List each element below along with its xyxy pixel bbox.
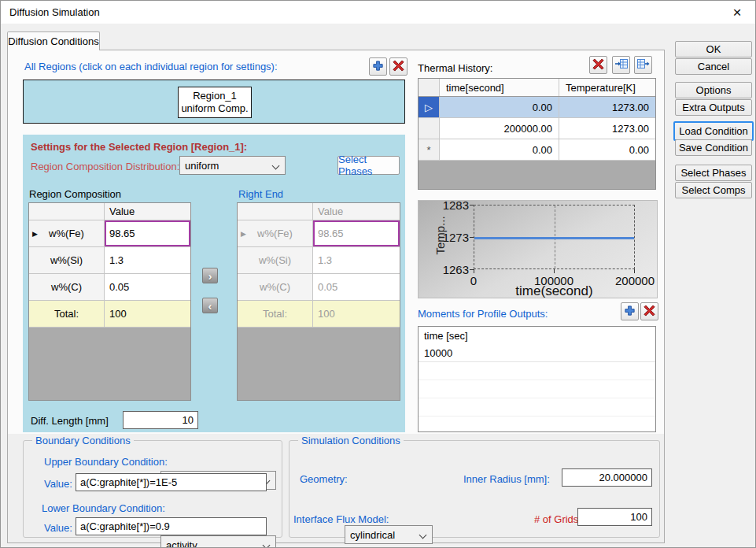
thermal-export-button[interactable]: [634, 56, 652, 74]
si-value-cell[interactable]: 1.3: [105, 247, 190, 273]
list-item-empty[interactable]: [419, 398, 655, 417]
geometry-combobox[interactable]: cylindrical: [345, 525, 433, 544]
diffusion-simulation-dialog: Diffusion Simulation × Diffusion Conditi…: [0, 0, 756, 548]
chart-x-axis-label: time(second): [485, 283, 623, 299]
lower-value-input[interactable]: [76, 517, 267, 535]
total-value-cell: 100: [105, 301, 190, 327]
chevron-down-icon: [419, 531, 427, 539]
load-condition-button[interactable]: Load Condition: [673, 121, 754, 141]
time-column-header: time[second]: [440, 79, 559, 96]
options-button[interactable]: Options: [675, 82, 752, 98]
geometry-label: Geometry:: [300, 473, 348, 485]
new-row-marker-icon: *: [419, 139, 440, 160]
table-row-new[interactable]: * 0.00 0.00: [419, 139, 655, 161]
plus-icon: [624, 305, 636, 319]
total-row: Total: 100: [29, 301, 190, 328]
extra-outputs-button[interactable]: Extra Outputs: [675, 99, 752, 116]
list-item-empty[interactable]: [419, 380, 655, 398]
table-row: ▶w%(Fe) 98.65: [238, 220, 400, 247]
moments-listbox[interactable]: time [sec] 10000: [418, 326, 656, 432]
inner-radius-input[interactable]: [562, 468, 652, 487]
tab-label: Diffusion Conditions: [8, 35, 98, 47]
title-bar[interactable]: Diffusion Simulation ×: [1, 1, 755, 24]
total-value-cell: 100: [313, 301, 400, 327]
upper-value-input[interactable]: [76, 473, 267, 491]
thermal-import-button[interactable]: [612, 56, 630, 74]
table-row: w%(Si) 1.3: [29, 247, 190, 274]
moments-header: time [sec]: [419, 327, 655, 344]
arrow-left-icon: ‹: [208, 300, 212, 312]
arrow-right-icon: ›: [208, 270, 212, 282]
copy-right-button[interactable]: ›: [202, 268, 218, 283]
fe-value-cell[interactable]: 98.65: [105, 220, 190, 246]
regions-strip: Region_1 uniform Comp.: [23, 80, 405, 124]
select-phases-button[interactable]: Select Phases: [675, 165, 752, 181]
lower-boundary-combobox[interactable]: activity: [160, 535, 276, 548]
y-tick: 1263: [439, 263, 469, 276]
left-table-title: Region Composition: [29, 188, 121, 200]
value-column-header: Value: [313, 203, 400, 220]
cancel-button[interactable]: Cancel: [675, 58, 752, 75]
region-name: Region_1: [193, 90, 237, 102]
table-row: ▶w%(Fe) 98.65: [29, 220, 190, 247]
import-table-icon: [615, 57, 628, 72]
c-value-cell[interactable]: 0.05: [105, 274, 190, 300]
y-tick: 1283: [439, 198, 469, 212]
delete-icon: [393, 60, 404, 74]
table-row[interactable]: ▷ 0.00 1273.00: [419, 97, 655, 118]
temperature-column-header: Temperature[K]: [559, 79, 655, 96]
distribution-label: Region Composition Distribution:: [31, 161, 179, 172]
table-header-row: time[second] Temperature[K]: [419, 79, 655, 97]
x-tick: 0: [466, 274, 481, 287]
delete-region-button[interactable]: [389, 57, 408, 76]
table-header-row: Value: [238, 203, 400, 220]
select-comps-button[interactable]: Select Comps: [675, 182, 752, 198]
simulation-conditions-title: Simulation Conditions: [298, 435, 404, 446]
delete-moment-button[interactable]: [640, 302, 658, 320]
select-phases-inline-button[interactable]: Select Phases: [337, 156, 400, 175]
lower-boundary-label: Lower Boundary Condition:: [42, 502, 165, 514]
save-condition-button[interactable]: Save Condition: [675, 139, 752, 156]
distribution-combobox[interactable]: uniform: [179, 156, 286, 175]
boundary-conditions-title: Boundary Conditions: [32, 435, 134, 446]
list-item-empty[interactable]: [419, 417, 655, 434]
grids-input[interactable]: [577, 508, 652, 526]
upper-boundary-label: Upper Boundary Condition:: [44, 456, 168, 468]
close-icon[interactable]: ×: [719, 1, 755, 24]
region-comp: uniform Comp.: [181, 102, 248, 115]
upper-value-label: Value:: [44, 478, 72, 490]
list-item-empty[interactable]: [419, 362, 655, 380]
tab-diffusion-conditions[interactable]: Diffusion Conditions: [7, 31, 100, 50]
region-node[interactable]: Region_1 uniform Comp.: [178, 87, 252, 118]
add-moment-button[interactable]: [621, 302, 639, 320]
table-row: w%(Si) 1.3: [238, 247, 400, 274]
fe-value-cell: 98.65: [313, 220, 400, 246]
table-row: w%(C) 0.05: [238, 274, 400, 301]
add-region-button[interactable]: [369, 57, 387, 76]
diff-length-input[interactable]: [123, 411, 198, 429]
region-composition-table: Value ▶w%(Fe) 98.65 w%(Si) 1.3 w%(C) 0.0…: [28, 202, 191, 401]
distribution-value: uniform: [185, 160, 219, 172]
selected-row-marker-icon: ▷: [419, 97, 440, 117]
total-row: Total: 100: [238, 301, 400, 328]
inner-radius-label: Inner Radius [mm]:: [463, 473, 550, 485]
diff-length-label: Diff. Length [mm]: [31, 415, 109, 427]
thermal-history-label: Thermal History:: [418, 62, 492, 74]
export-table-icon: [637, 57, 650, 72]
moments-label: Moments for Profile Outputs:: [418, 308, 548, 320]
ok-button[interactable]: OK: [675, 41, 752, 57]
chevron-down-icon: [272, 162, 280, 170]
temperature-series-line: [474, 237, 634, 239]
table-header-row: Value: [29, 203, 190, 220]
table-row[interactable]: 200000.00 1273.00: [419, 118, 655, 139]
c-value-cell: 0.05: [313, 274, 400, 300]
thermal-delete-button[interactable]: [589, 56, 607, 74]
delete-icon: [592, 58, 604, 72]
thermal-history-table: time[second] Temperature[K] ▷ 0.00 1273.…: [418, 78, 656, 190]
all-regions-label: All Regions (click on each individual re…: [24, 61, 278, 72]
value-column-header: Value: [105, 203, 190, 220]
copy-left-button[interactable]: ‹: [202, 298, 218, 313]
list-item[interactable]: 10000: [419, 344, 655, 362]
flux-model-label: Interface Flux Model:: [293, 513, 389, 525]
row-marker-icon: ▶: [32, 230, 38, 238]
